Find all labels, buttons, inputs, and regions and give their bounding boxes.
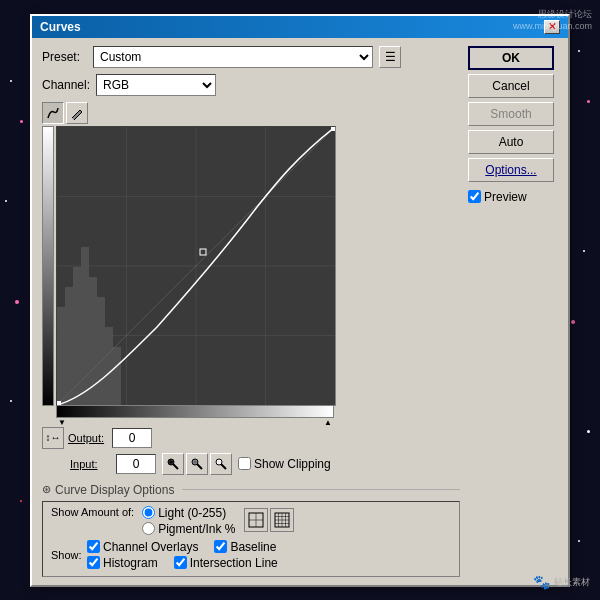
intersection-line-checkbox[interactable]: Intersection Line [174, 556, 278, 570]
preset-options-btn[interactable]: ☰ [379, 46, 401, 68]
curve-tool-btn[interactable] [42, 102, 64, 124]
svg-point-25 [194, 460, 197, 463]
light-pigment-radio-group: Light (0-255) Pigment/Ink % [142, 506, 235, 536]
pigment-option-text: Pigment/Ink % [158, 522, 235, 536]
histogram-check[interactable] [87, 556, 100, 569]
show-clipping-checkbox[interactable]: Show Clipping [238, 457, 331, 471]
channel-overlays-checkbox[interactable]: Channel Overlays [87, 540, 198, 554]
pencil-tool-btn[interactable] [66, 102, 88, 124]
svg-rect-7 [97, 297, 105, 405]
arrow-left[interactable]: ▼ [58, 418, 66, 427]
light-radio[interactable] [142, 506, 155, 519]
pigment-radio-label[interactable]: Pigment/Ink % [142, 522, 235, 536]
auto-button[interactable]: Auto [468, 130, 554, 154]
input-value[interactable] [116, 454, 156, 474]
output-gradient-wrapper [42, 126, 54, 427]
black-point-eyedropper[interactable] [162, 453, 184, 475]
curve-area: ▼ ▲ [42, 126, 460, 427]
gray-point-eyedropper[interactable] [186, 453, 208, 475]
show-checkboxes: Channel Overlays Baseline Hi [87, 540, 278, 570]
histogram-label: Histogram [103, 556, 158, 570]
curve-canvas-column: ▼ ▲ [56, 126, 336, 427]
check-row-1: Channel Overlays Baseline [87, 540, 278, 554]
intersection-line-check[interactable] [174, 556, 187, 569]
bottom-watermark-text: 站长素材 [554, 576, 590, 589]
show-row: Show: Channel Overlays Baseline [51, 540, 451, 570]
output-row: ↕↔ Output: [42, 427, 460, 449]
options-button[interactable]: Options... [468, 158, 554, 182]
preset-select[interactable]: Custom [93, 46, 373, 68]
preset-row: Preset: Custom ☰ [42, 46, 460, 68]
show-amount-row: Show Amount of: Light (0-255) Pigment/In… [51, 506, 451, 536]
move-tool-btn[interactable]: ↕↔ [42, 427, 64, 449]
cancel-button[interactable]: Cancel [468, 74, 554, 98]
smooth-button[interactable]: Smooth [468, 102, 554, 126]
channel-select[interactable]: RGB Red Green Blue [96, 74, 216, 96]
left-panel: Preset: Custom ☰ Channel: RGB Red Green … [42, 46, 460, 577]
svg-rect-2 [57, 307, 65, 405]
svg-rect-3 [65, 287, 73, 405]
svg-line-21 [173, 464, 178, 469]
histogram-checkbox[interactable]: Histogram [87, 556, 158, 570]
channel-row: Channel: RGB Red Green Blue [42, 74, 460, 96]
bottom-watermark-icon: 🐾 [533, 574, 550, 590]
show-clipping-label: Show Clipping [254, 457, 331, 471]
watermark-site: 思缘设计论坛 [513, 8, 592, 21]
pigment-radio[interactable] [142, 522, 155, 535]
curve-options-box: Show Amount of: Light (0-255) Pigment/In… [42, 501, 460, 577]
intersection-line-label: Intersection Line [190, 556, 278, 570]
output-label: Output: [68, 432, 108, 444]
show-clipping-check[interactable] [238, 457, 251, 470]
channel-overlays-check[interactable] [87, 540, 100, 553]
baseline-checkbox[interactable]: Baseline [214, 540, 276, 554]
svg-point-28 [218, 460, 221, 463]
preview-check[interactable] [468, 190, 481, 203]
dialog-title: Curves [40, 20, 81, 34]
light-radio-label[interactable]: Light (0-255) [142, 506, 235, 520]
preset-label: Preset: [42, 50, 87, 64]
curve-canvas[interactable] [56, 126, 336, 406]
svg-point-22 [170, 460, 173, 463]
channel-overlays-label: Channel Overlays [103, 540, 198, 554]
show-label: Show: [51, 549, 83, 561]
channel-label: Channel: [42, 78, 90, 92]
curve-display-header: ⊛ Curve Display Options [42, 483, 460, 497]
output-value[interactable] [112, 428, 152, 448]
input-label: Input: [70, 458, 110, 470]
title-bar: Curves ✕ [32, 16, 568, 38]
preview-checkbox[interactable]: Preview [468, 190, 527, 204]
svg-rect-5 [81, 247, 89, 405]
input-section: Input: [42, 453, 460, 475]
baseline-label: Baseline [230, 540, 276, 554]
grid-icons [244, 508, 294, 532]
curve-toolbar [42, 102, 460, 124]
svg-rect-18 [57, 401, 61, 405]
input-gradient-bar [56, 406, 334, 418]
curve-display-options: ⊛ Curve Display Options Show Amount of: … [42, 483, 460, 577]
baseline-check[interactable] [214, 540, 227, 553]
ok-button[interactable]: OK [468, 46, 554, 70]
show-amount-label: Show Amount of: [51, 506, 134, 518]
svg-rect-19 [331, 127, 335, 131]
watermark-url: www.missyuan.com [513, 21, 592, 31]
detailed-grid-icon[interactable] [270, 508, 294, 532]
curve-display-title: Curve Display Options [55, 483, 174, 497]
curves-dialog: Curves ✕ Preset: Custom ☰ Channel: RGB [30, 14, 570, 587]
preview-row: Preview [468, 190, 558, 204]
white-point-eyedropper[interactable] [210, 453, 232, 475]
simple-grid-icon[interactable] [244, 508, 268, 532]
right-panel: OK Cancel Smooth Auto Options... Preview [468, 46, 558, 577]
svg-rect-8 [105, 327, 113, 405]
collapse-arrow-icon[interactable]: ⊛ [42, 483, 51, 496]
light-option-text: Light (0-255) [158, 506, 226, 520]
preview-label: Preview [484, 190, 527, 204]
eyedropper-tools [162, 453, 232, 475]
svg-rect-9 [113, 347, 121, 405]
arrow-right[interactable]: ▲ [324, 418, 332, 427]
section-divider [182, 489, 460, 490]
output-gradient-bar [42, 126, 54, 406]
svg-line-27 [221, 464, 226, 469]
svg-line-24 [197, 464, 202, 469]
check-row-2: Histogram Intersection Line [87, 556, 278, 570]
gradient-arrows: ▼ ▲ [56, 418, 334, 427]
